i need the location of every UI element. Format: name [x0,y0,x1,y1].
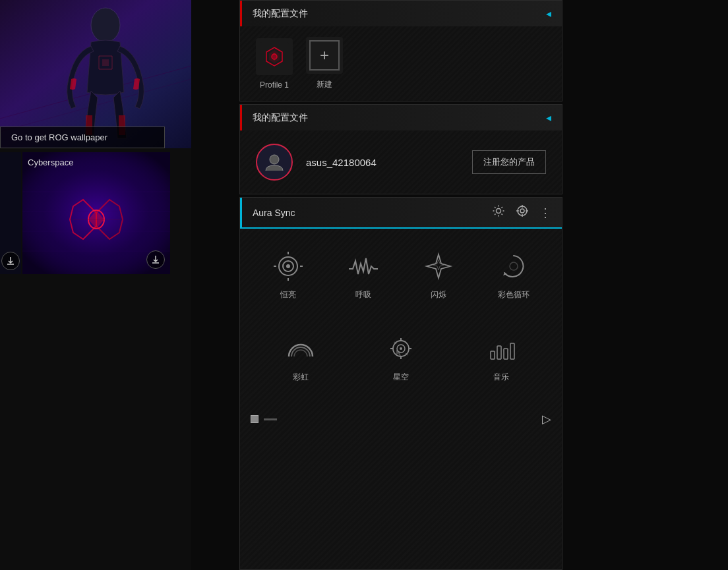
aura-effect-colorcycle[interactable]: 彩色循环 [476,239,551,311]
aura-title: Aura Sync [253,208,295,218]
aura-effect-breathing[interactable]: 呼吸 [326,239,401,311]
username-text: asus_42180064 [306,157,459,168]
user-avatar [256,144,293,181]
myconfig-section-title: 我的配置文件 [253,112,308,124]
profile-1-icon [256,38,293,75]
wallpaper-hero: Go to get ROG wallpaper [0,0,191,148]
breathing-label: 呼吸 [355,289,371,300]
dot-inactive [264,418,277,420]
aura-target-button[interactable] [516,204,529,221]
svg-rect-45 [510,343,514,359]
svg-rect-42 [491,351,495,359]
music-icon [485,332,518,365]
svg-point-17 [497,209,501,214]
svg-rect-43 [497,346,501,359]
aura-footer: ▷ [240,404,562,434]
profile-1-item[interactable]: Profile 1 [256,38,293,90]
myconfig-header: 我的配置文件 ◂ [240,105,562,130]
main-panel: 我的配置文件 ◂ Profile 1 [239,0,562,570]
thumb-left[interactable] [0,152,21,274]
static-label: 恒亮 [280,289,296,300]
thumb-cyberspace[interactable]: Cyberspace [22,152,170,274]
plus-icon: + [309,40,340,71]
profiles-list: Profile 1 + 新建 [240,26,562,101]
aura-effect-starry[interactable]: 星空 [351,322,451,393]
starry-icon [384,332,417,365]
aura-effect-rainbow[interactable]: 彩虹 [251,322,351,393]
add-profile-icon: + [306,37,343,74]
flashing-icon [422,250,455,283]
aura-effect-flashing[interactable]: 闪烁 [401,239,476,311]
aura-settings-button[interactable] [492,204,505,221]
aura-more-button[interactable]: ⋮ [539,206,551,220]
left-panel: Go to get ROG wallpaper [0,0,191,570]
myconfig-arrow-icon: ◂ [546,111,551,124]
svg-point-16 [270,155,279,164]
register-product-button[interactable]: 注册您的产品 [472,150,546,174]
static-icon [272,250,305,283]
dot-active[interactable] [251,415,258,423]
aura-effect-music[interactable]: 音乐 [451,322,551,393]
breathing-icon [347,250,380,283]
thumb-download-left[interactable] [1,252,20,270]
myconfig-section: 我的配置文件 ◂ asus_42180064 注册您的产品 [239,104,562,194]
svg-point-19 [520,209,524,213]
aura-effects-grid: 恒亮 呼吸 [240,229,562,322]
rog-profile-icon [260,42,289,71]
aura-header: Aura Sync [240,198,562,229]
svg-point-34 [400,347,402,350]
profiles-header: 我的配置文件 ◂ [240,1,562,26]
cyberspace-label: Cyberspace [28,157,73,266]
add-profile-item[interactable]: + 新建 [306,37,343,90]
rainbow-icon [284,332,317,365]
wallpaper-thumbnails: Cyberspace [0,151,191,275]
profiles-section: 我的配置文件 ◂ Profile 1 [239,0,562,101]
flashing-label: 闪烁 [431,289,446,300]
gear-icon [492,204,505,217]
profiles-arrow-icon: ◂ [546,7,551,20]
aura-sync-section: Aura Sync [239,197,562,570]
aura-effects-row2: 彩虹 [240,322,562,404]
aura-next-button[interactable]: ▷ [542,412,551,426]
aura-page-dots [251,415,277,423]
target-icon [516,204,529,217]
rainbow-label: 彩虹 [293,372,309,383]
svg-point-26 [286,264,290,268]
go-to-wallpaper-button[interactable]: Go to get ROG wallpaper [0,127,165,148]
svg-point-18 [518,206,527,215]
music-label: 音乐 [493,372,509,383]
svg-point-3 [91,8,120,42]
avatar-icon [264,152,284,172]
profiles-section-title: 我的配置文件 [253,8,308,20]
colorcycle-icon [497,250,530,283]
add-profile-label: 新建 [317,79,332,90]
profile-1-label: Profile 1 [260,80,289,90]
myconfig-content: asus_42180064 注册您的产品 [240,130,562,194]
svg-point-31 [510,262,518,270]
aura-effect-static[interactable]: 恒亮 [251,239,326,311]
thumb-download-cyberspace[interactable] [146,250,165,269]
svg-rect-44 [504,349,508,359]
aura-header-icons: ⋮ [492,204,551,221]
starry-label: 星空 [393,372,409,383]
colorcycle-label: 彩色循环 [498,289,530,300]
